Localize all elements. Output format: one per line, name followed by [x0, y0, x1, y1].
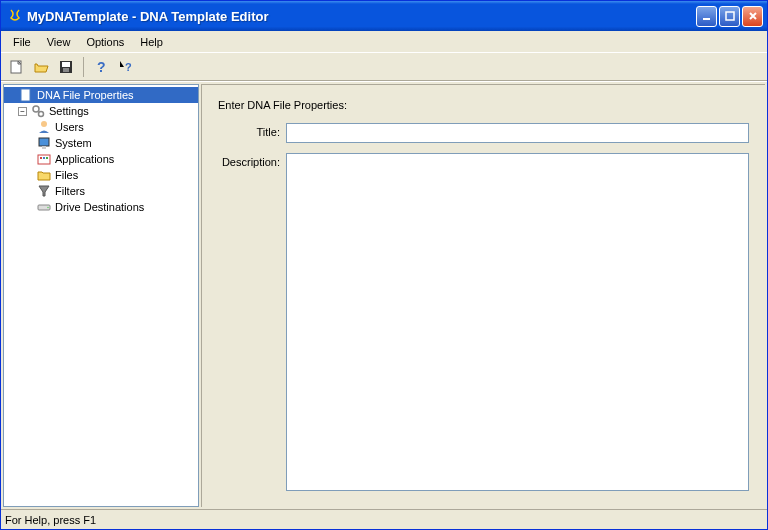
- svg-rect-17: [46, 157, 48, 159]
- svg-text:?: ?: [97, 59, 106, 75]
- menu-help[interactable]: Help: [132, 34, 171, 50]
- menu-options[interactable]: Options: [78, 34, 132, 50]
- tree-label: Files: [55, 169, 78, 181]
- tree-label: Users: [55, 121, 84, 133]
- svg-rect-16: [43, 157, 45, 159]
- titlebar: MyDNATemplate - DNA Template Editor: [1, 1, 767, 31]
- app-icon: [7, 8, 23, 24]
- form-heading: Enter DNA File Properties:: [218, 99, 749, 111]
- svg-rect-13: [42, 146, 46, 149]
- main-panel: Enter DNA File Properties: Title: Descri…: [201, 84, 765, 507]
- description-textarea[interactable]: [286, 153, 749, 491]
- folder-icon: [36, 167, 52, 183]
- monitor-icon: [36, 135, 52, 151]
- minimize-button[interactable]: [696, 6, 717, 27]
- tree-node-users[interactable]: Users: [4, 119, 198, 135]
- tree-node-settings[interactable]: − Settings: [4, 103, 198, 119]
- tree-node-system[interactable]: System: [4, 135, 198, 151]
- maximize-button[interactable]: [719, 6, 740, 27]
- funnel-icon: [36, 183, 52, 199]
- menu-view[interactable]: View: [39, 34, 79, 50]
- collapse-icon[interactable]: −: [18, 107, 27, 116]
- svg-point-9: [33, 106, 39, 112]
- svg-rect-1: [726, 12, 734, 20]
- toolbar-separator: [83, 57, 84, 77]
- close-button[interactable]: [742, 6, 763, 27]
- context-help-button[interactable]: ?: [115, 56, 137, 78]
- drive-icon: [36, 199, 52, 215]
- window-controls: [696, 6, 763, 27]
- toolbar: ? ?: [1, 53, 767, 81]
- document-icon: [18, 87, 34, 103]
- title-input[interactable]: [286, 123, 749, 143]
- tree-node-filters[interactable]: Filters: [4, 183, 198, 199]
- menubar: File View Options Help: [1, 31, 767, 53]
- content-area: DNA File Properties − Settings Users Sys…: [1, 81, 767, 509]
- description-row: Description:: [218, 153, 749, 491]
- statusbar: For Help, press F1: [1, 509, 767, 529]
- menu-file[interactable]: File: [5, 34, 39, 50]
- tree-node-drive-destinations[interactable]: Drive Destinations: [4, 199, 198, 215]
- gears-icon: [30, 103, 46, 119]
- save-button[interactable]: [55, 56, 77, 78]
- svg-rect-8: [21, 89, 30, 101]
- svg-rect-15: [40, 157, 42, 159]
- svg-rect-0: [703, 18, 710, 20]
- svg-rect-5: [63, 68, 69, 72]
- new-button[interactable]: [5, 56, 27, 78]
- tree-label: Applications: [55, 153, 114, 165]
- svg-point-19: [47, 207, 49, 209]
- title-row: Title:: [218, 123, 749, 143]
- help-button[interactable]: ?: [90, 56, 112, 78]
- tree-label: Settings: [49, 105, 89, 117]
- description-label: Description:: [218, 153, 286, 491]
- tree-node-dna-file-properties[interactable]: DNA File Properties: [4, 87, 198, 103]
- open-button[interactable]: [30, 56, 52, 78]
- title-label: Title:: [218, 123, 286, 143]
- tree-node-applications[interactable]: Applications: [4, 151, 198, 167]
- user-icon: [36, 119, 52, 135]
- window-title: MyDNATemplate - DNA Template Editor: [27, 9, 696, 24]
- tree-panel[interactable]: DNA File Properties − Settings Users Sys…: [3, 84, 199, 507]
- svg-rect-14: [38, 155, 50, 164]
- svg-point-11: [41, 121, 47, 127]
- tree-label: Drive Destinations: [55, 201, 144, 213]
- status-text: For Help, press F1: [5, 514, 96, 526]
- tree-label: DNA File Properties: [37, 89, 134, 101]
- svg-text:?: ?: [125, 61, 132, 73]
- svg-rect-4: [62, 62, 70, 67]
- tree-node-files[interactable]: Files: [4, 167, 198, 183]
- apps-icon: [36, 151, 52, 167]
- tree-label: System: [55, 137, 92, 149]
- tree-label: Filters: [55, 185, 85, 197]
- svg-point-10: [39, 112, 44, 117]
- svg-rect-12: [39, 138, 49, 146]
